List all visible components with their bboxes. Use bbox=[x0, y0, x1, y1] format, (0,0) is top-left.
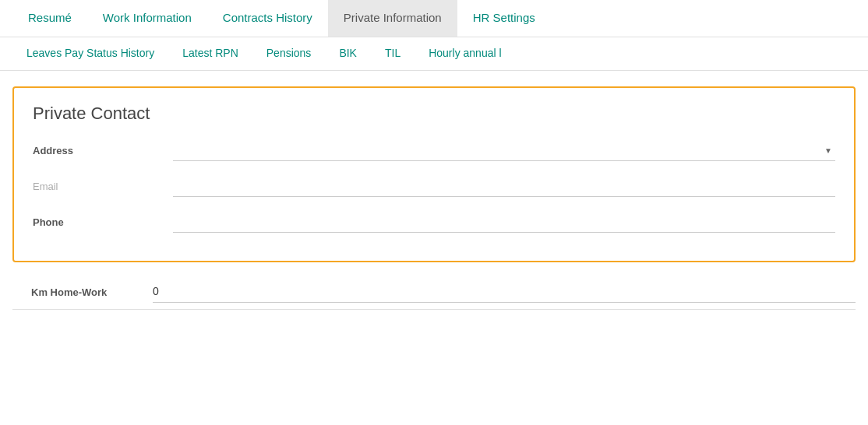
private-contact-section: Private Contact AddressEmailPhone bbox=[12, 86, 856, 262]
tab-latest-rpn[interactable]: Latest RPN bbox=[168, 37, 252, 70]
tab-hourly-annual[interactable]: Hourly annual l bbox=[415, 37, 515, 70]
section-title: Private Contact bbox=[33, 104, 835, 124]
tab-contracts-history[interactable]: Contracts History bbox=[207, 0, 328, 37]
tab-bik[interactable]: BIK bbox=[325, 37, 371, 70]
content-area: Private Contact AddressEmailPhone Km Hom… bbox=[0, 71, 868, 325]
field-label-email: Email bbox=[33, 181, 173, 192]
tab-work-information[interactable]: Work Information bbox=[87, 0, 207, 37]
outside-fields-container: Km Home-Work0 bbox=[12, 275, 856, 310]
field-value-address[interactable] bbox=[173, 139, 835, 161]
field-value-email[interactable] bbox=[173, 175, 835, 197]
tab-private-information[interactable]: Private Information bbox=[328, 0, 457, 37]
tab-resume[interactable]: Resumé bbox=[12, 0, 87, 37]
tab-til[interactable]: TIL bbox=[371, 37, 415, 70]
tab-row-1: ResuméWork InformationContracts HistoryP… bbox=[0, 0, 868, 37]
field-label-phone: Phone bbox=[33, 216, 173, 228]
field-row-phone: Phone bbox=[33, 209, 835, 234]
tab-pensions[interactable]: Pensions bbox=[252, 37, 326, 70]
tab-hr-settings[interactable]: HR Settings bbox=[457, 0, 551, 37]
tab-leaves-pay-status-history[interactable]: Leaves Pay Status History bbox=[12, 37, 168, 70]
fields-container: AddressEmailPhone bbox=[33, 138, 835, 234]
field-row-address: Address bbox=[33, 138, 835, 163]
field-row-km-home-work: Km Home-Work0 bbox=[12, 275, 856, 310]
field-label-km-home-work: Km Home-Work bbox=[12, 286, 153, 298]
tab-row-2: Leaves Pay Status HistoryLatest RPNPensi… bbox=[0, 37, 868, 71]
field-value-km-home-work[interactable]: 0 bbox=[153, 281, 856, 303]
field-value-phone[interactable] bbox=[173, 211, 835, 233]
field-row-email: Email bbox=[33, 174, 835, 198]
field-label-address: Address bbox=[33, 145, 173, 156]
